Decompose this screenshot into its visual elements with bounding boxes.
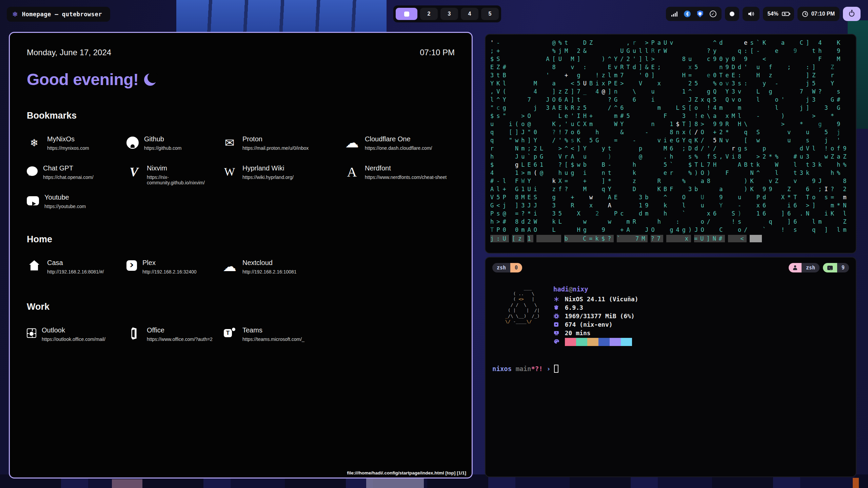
youtube-icon <box>27 196 39 205</box>
bookmark-url: https://one.dash.cloudflare.com/ <box>365 145 432 151</box>
network-signal-icon[interactable] <box>671 10 678 18</box>
bookmark-url: https://mynixos.com <box>47 145 89 151</box>
startpage: Monday, June 17, 2024 07:10 PM Good even… <box>10 33 472 477</box>
matrix-rain-output: '- @%t DZ ,r >PaUv ^d es`K a C] 4 K;+ %j… <box>486 35 856 247</box>
mode-shell-label: zsh <box>802 263 820 272</box>
bookmark-name: Nextcloud <box>242 259 297 267</box>
greeting-text: Good evening! <box>27 70 139 89</box>
bluetooth-icon[interactable] <box>684 10 691 18</box>
bookmark-outlook[interactable]: Outlookhttps://outlook.office.com/mail/ <box>27 326 126 348</box>
section-home: HomeCasahttp://192.168.2.16:8081/#/Plexh… <box>27 234 455 281</box>
bookmark-url: https://mail.proton.me/u/0/inbox <box>242 145 309 151</box>
terminal-icon: ›_ <box>827 266 833 270</box>
wallpaper-orange-sliver <box>853 478 859 488</box>
active-workspace-icon <box>404 12 409 17</box>
fetch-memory-row: 1969/31377 MiB (6%) <box>553 312 638 320</box>
pane-count: 9 <box>837 263 849 272</box>
bookmark-url: https://chat.openai.com/ <box>43 175 94 180</box>
terminal-tab-bar: zsh 0 zsh ›_ 9 <box>492 263 849 272</box>
matrix-terminal-window[interactable]: '- @%t DZ ,r >PaUv ^d es`K a C] 4 K;+ %j… <box>485 34 856 253</box>
bookmark-name: Outlook <box>42 326 105 334</box>
snowflake-icon <box>553 297 559 302</box>
shell-prompt[interactable]: nixos main*?! › <box>492 365 849 373</box>
section-title: Home <box>27 234 455 245</box>
bookmark-mynixos[interactable]: MyNixOshttps://mynixos.com <box>27 135 126 157</box>
fetch-kernel-row: 6.9.3 <box>553 303 638 312</box>
section-title: Bookmarks <box>27 110 455 121</box>
window-title-pill[interactable]: ❄ Homepage — qutebrowser <box>7 7 110 22</box>
bookmark-nerdfont[interactable]: Nerdfonthttps://www.nerdfonts.com/cheat-… <box>344 164 455 186</box>
bookmark-url: https://www.office.com/?auth=2 <box>147 337 213 342</box>
vim-icon <box>126 164 141 179</box>
zsh-terminal-window[interactable]: zsh 0 zsh ›_ 9 ___ ( .. \ ( <> | / / \ \… <box>485 257 856 477</box>
battery-icon <box>782 12 789 16</box>
wallpaper-lavender-panel <box>366 479 424 488</box>
bookmark-url: https://teams.microsoft.com/_ <box>242 337 304 342</box>
bookmark-nixvim[interactable]: Nixvimhttps://nix-community.github.io/ni… <box>126 164 222 186</box>
bookmark-url: https://youtube.com <box>44 204 86 209</box>
fastfetch-output: ___ ( .. \ ( <> | / / \ \ ( | | /| _/\ \… <box>492 285 849 346</box>
bookmark-cloudflare-one[interactable]: Cloudflare Onehttps://one.dash.cloudflar… <box>344 135 455 157</box>
workspace-2[interactable]: 2 <box>420 8 438 20</box>
fetch-palette-row <box>553 337 638 346</box>
bookmark-name: Casa <box>47 259 104 267</box>
check-circle-icon[interactable]: ✓ <box>709 10 717 18</box>
section-title: Work <box>27 302 455 312</box>
battery-pill[interactable]: 54% <box>763 7 794 21</box>
workspace-5[interactable]: 5 <box>481 8 499 20</box>
memory-chip-icon <box>553 313 559 319</box>
bookmark-name: Nixvim <box>147 164 222 172</box>
qutebrowser-statusbar: file:///home/hadi/.config/startpage/inde… <box>347 470 466 475</box>
section-bookmarks: BookmarksMyNixOshttps://mynixos.comGithu… <box>27 110 455 215</box>
shield-icon[interactable] <box>696 10 704 18</box>
bookmark-github[interactable]: Githubhttps://github.com <box>126 135 222 157</box>
bookmark-name: Proton <box>242 135 309 143</box>
workspace-3[interactable]: 3 <box>440 8 458 20</box>
tab-index-badge[interactable]: 0 <box>510 263 522 272</box>
bookmark-url: http://192.168.2.16:10081 <box>242 269 297 274</box>
bookmark-name: Nerdfont <box>365 164 447 172</box>
bookmark-name: Office <box>147 326 213 334</box>
clock-time: 07:10 PM <box>811 11 835 17</box>
recording-dot-pill[interactable] <box>725 7 739 21</box>
qutebrowser-window[interactable]: Monday, June 17, 2024 07:10 PM Good even… <box>9 32 473 479</box>
workspace-switcher: 2 3 4 5 <box>393 5 501 22</box>
dot-icon <box>730 12 734 16</box>
bookmark-name: Teams <box>242 326 304 334</box>
fetch-os-row: NixOS 24.11 (Vicuña) <box>553 295 638 303</box>
bookmark-name: MyNixOs <box>47 135 89 143</box>
volume-pill[interactable] <box>743 7 760 21</box>
bookmark-office[interactable]: Officehttps://www.office.com/?auth=2 <box>126 326 222 348</box>
fetch-packages-row: 674 (nix-env) <box>553 320 638 329</box>
nix-snowflake-icon: ❄ <box>12 11 18 18</box>
clock-pill[interactable]: 07:10 PM <box>797 7 840 21</box>
bookmark-casa[interactable]: Casahttp://192.168.2.16:8081/#/ <box>27 259 126 281</box>
bookmark-nextcloud[interactable]: Nextcloudhttp://192.168.2.16:10081 <box>222 259 344 281</box>
bookmark-name: Plex <box>142 259 197 267</box>
workspace-4[interactable]: 4 <box>461 8 478 20</box>
bookmark-chat-gpt[interactable]: Chat GPThttps://chat.openai.com/ <box>27 164 126 186</box>
bookmark-url: https://wiki.hyprland.org/ <box>242 175 294 180</box>
nix-icon <box>27 135 42 150</box>
bookmark-plex[interactable]: Plexhttp://192.168.2.16:32400 <box>126 259 222 281</box>
bookmark-teams[interactable]: Teamshttps://teams.microsoft.com/_ <box>222 326 344 348</box>
startpage-date: Monday, June 17, 2024 <box>27 48 111 57</box>
github-icon <box>126 137 139 149</box>
tab-shell-name[interactable]: zsh <box>492 263 510 272</box>
bookmark-youtube[interactable]: Youtubehttps://youtube.com <box>27 194 126 215</box>
tux-ascii-art: ___ ( .. \ ( <> | / / \ \ ( | | /| _/\ \… <box>505 285 540 346</box>
bookmark-hyprland-wiki[interactable]: Hyprland Wikihttps://wiki.hyprland.org/ <box>222 164 344 186</box>
power-icon <box>849 11 854 17</box>
wallpaper-pink-panel <box>112 479 142 488</box>
pane-badge: ›_ <box>823 263 837 272</box>
power-button[interactable] <box>843 7 861 21</box>
battery-percent: 54% <box>768 11 778 17</box>
bookmark-sections: BookmarksMyNixOshttps://mynixos.comGithu… <box>27 110 455 348</box>
bookmark-name: Hyprland Wiki <box>242 164 294 172</box>
workspace-1-active[interactable] <box>396 8 417 20</box>
tray-icons-group[interactable]: ✓ <box>666 7 722 21</box>
bookmark-name: Cloudflare One <box>365 135 432 143</box>
bookmark-proton[interactable]: Protonhttps://mail.proton.me/u/0/inbox <box>222 135 344 157</box>
window-title: Homepage — qutebrowser <box>22 11 102 18</box>
office-icon <box>126 326 141 341</box>
